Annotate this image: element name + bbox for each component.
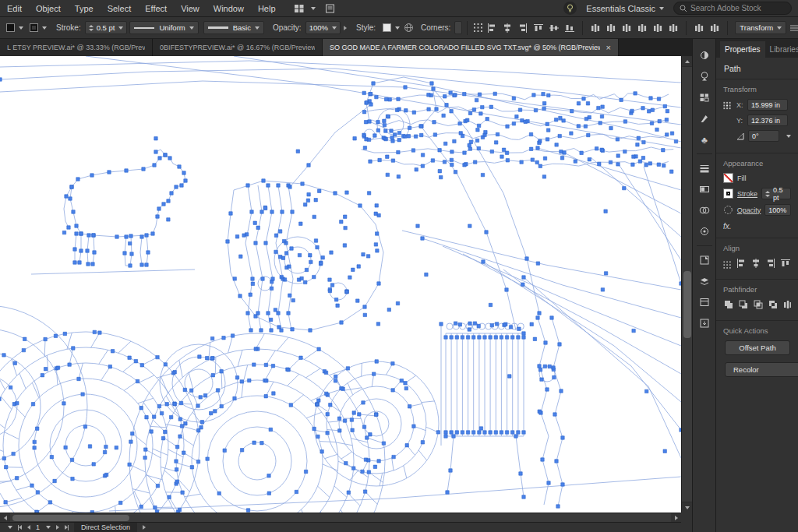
dist-space-v-icon[interactable]: [708, 21, 722, 35]
tab-properties[interactable]: Properties: [720, 41, 765, 58]
discover-button[interactable]: [563, 2, 577, 15]
align-options-icon[interactable]: [723, 260, 732, 270]
vertical-scroll-thumb[interactable]: [683, 271, 691, 338]
menu-help[interactable]: Help: [251, 0, 283, 17]
opacity-icon[interactable]: [723, 205, 733, 215]
corners-field[interactable]: [454, 21, 462, 34]
document-tab[interactable]: L ETSY PREVIEW.ai* @ 33.33% (RGB/Preview…: [0, 39, 153, 56]
intersect-icon[interactable]: [753, 299, 764, 313]
dist-right-icon[interactable]: [666, 21, 680, 35]
stroke-color-dropdown[interactable]: [28, 22, 48, 33]
align-right-icon[interactable]: [516, 21, 530, 35]
x-field[interactable]: 15.999 in: [747, 99, 788, 111]
recolor-button[interactable]: Recolor: [725, 362, 798, 377]
dist-top-icon[interactable]: [588, 21, 602, 35]
opacity-field[interactable]: 100%: [764, 204, 791, 216]
menu-view[interactable]: View: [174, 0, 207, 17]
symbols-panel-icon[interactable]: ♣: [696, 132, 713, 146]
dist-middle-icon[interactable]: [604, 21, 618, 35]
last-artboard-button[interactable]: [65, 525, 69, 530]
stepper-icon[interactable]: [89, 25, 94, 31]
chevron-down-icon[interactable]: [786, 135, 791, 138]
variable-width-profile-dropdown[interactable]: Uniform: [129, 21, 198, 34]
transparency-panel-icon[interactable]: [696, 203, 713, 217]
arrange-documents-button[interactable]: [294, 4, 316, 13]
vertical-scrollbar[interactable]: [681, 56, 692, 513]
next-artboard-button[interactable]: [56, 525, 59, 530]
menu-window[interactable]: Window: [207, 0, 251, 17]
align-middle-icon[interactable]: [547, 21, 561, 35]
align-right-icon[interactable]: [765, 258, 776, 272]
gradient-panel-icon[interactable]: [696, 182, 713, 196]
horizontal-scrollbar[interactable]: [0, 513, 681, 522]
color-guide-panel-icon[interactable]: [696, 69, 713, 83]
artboard-artwork[interactable]: [0, 56, 681, 513]
align-top-icon[interactable]: [780, 258, 791, 272]
first-artboard-button[interactable]: [18, 525, 22, 530]
align-center-icon[interactable]: [750, 258, 761, 272]
style-dropdown[interactable]: [381, 22, 401, 33]
document-tab[interactable]: SO GOD MADE A FARMER COLORADO FILLED SVG…: [323, 39, 619, 56]
menu-object[interactable]: Object: [29, 0, 68, 17]
control-panel-menu-button[interactable]: [789, 21, 798, 35]
fill-label[interactable]: Fill: [737, 174, 747, 182]
appearance-panel-icon[interactable]: [696, 224, 713, 238]
swatches-panel-icon[interactable]: [696, 90, 713, 104]
stroke-link[interactable]: Stroke: [737, 190, 757, 198]
dist-bottom-icon[interactable]: [620, 21, 634, 35]
chevron-right-icon[interactable]: [344, 26, 347, 30]
document-setup-button[interactable]: [325, 4, 335, 13]
document-setup-globe-button[interactable]: [404, 21, 414, 35]
brushes-panel-icon[interactable]: [696, 111, 713, 125]
scroll-down-button[interactable]: [682, 502, 693, 513]
layers-panel-icon[interactable]: [696, 274, 713, 288]
align-left-icon[interactable]: [736, 258, 747, 272]
align-top-icon[interactable]: [531, 21, 546, 35]
menu-edit[interactable]: Edit: [0, 0, 29, 17]
reference-point-icon[interactable]: [723, 100, 731, 111]
align-center-icon[interactable]: [500, 21, 514, 35]
color-panel-icon[interactable]: [696, 48, 713, 62]
align-left-icon[interactable]: [485, 21, 499, 35]
menu-select[interactable]: Select: [101, 0, 139, 17]
stroke-panel-icon[interactable]: [696, 161, 713, 175]
dist-center-icon[interactable]: [651, 21, 665, 35]
menu-type[interactable]: Type: [68, 0, 101, 17]
exclude-icon[interactable]: [768, 299, 779, 313]
previous-artboard-button[interactable]: [27, 525, 30, 530]
artboards-panel-icon[interactable]: [696, 295, 713, 309]
dist-space-h-icon[interactable]: [692, 21, 706, 35]
opacity-field[interactable]: 100%: [305, 21, 341, 34]
minus-front-icon[interactable]: [738, 299, 749, 313]
brush-definition-dropdown[interactable]: Basic: [203, 21, 264, 34]
y-field[interactable]: 12.376 in: [747, 115, 788, 126]
stroke-swatch-icon[interactable]: [723, 188, 733, 199]
dist-left-icon[interactable]: [635, 21, 649, 35]
fill-color-dropdown[interactable]: [5, 22, 25, 33]
zoom-dropdown[interactable]: [4, 526, 12, 529]
tab-libraries[interactable]: Libraries: [765, 41, 798, 58]
divide-icon[interactable]: [782, 299, 791, 313]
transform-dropdown[interactable]: Transform: [735, 21, 786, 34]
opacity-link[interactable]: Opacity: [737, 206, 761, 214]
menu-effect[interactable]: Effect: [138, 0, 174, 17]
fx-button[interactable]: fx.: [723, 220, 791, 231]
rotation-field[interactable]: 0°: [748, 130, 779, 142]
scroll-up-button[interactable]: [682, 56, 693, 67]
horizontal-scroll-thumb[interactable]: [12, 515, 129, 521]
stock-search[interactable]: [673, 2, 792, 15]
tab-close-icon[interactable]: ×: [606, 44, 611, 51]
fill-none-swatch-icon[interactable]: [723, 173, 733, 183]
stroke-weight-field[interactable]: 0.5 pt: [85, 21, 128, 34]
search-input[interactable]: [690, 4, 782, 12]
artboard-navigation[interactable]: 1: [36, 523, 51, 531]
align-to-selection-button[interactable]: [473, 21, 483, 35]
stepper-icon[interactable]: [765, 191, 770, 197]
align-bottom-icon[interactable]: [563, 21, 577, 35]
workspace-switcher[interactable]: Essentials Classic: [586, 4, 664, 13]
asset-export-panel-icon[interactable]: [696, 316, 713, 330]
graphic-styles-panel-icon[interactable]: [696, 253, 713, 267]
document-tab[interactable]: 0BIFESTYPREVIEW.ai* @ 16.67% (RGB/Previe…: [153, 39, 323, 56]
stroke-weight-field[interactable]: 0.5 pt: [761, 188, 791, 199]
canvas-area[interactable]: [0, 56, 681, 513]
